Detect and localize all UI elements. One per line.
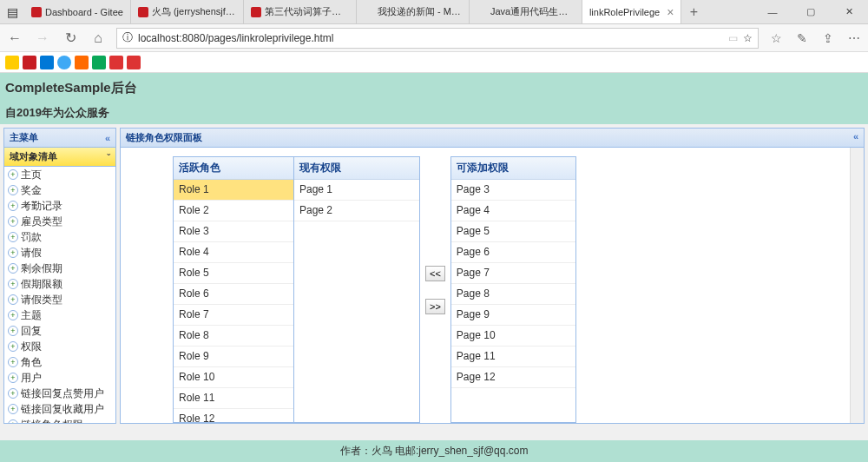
- tree-expand-icon[interactable]: +: [8, 373, 18, 383]
- sidebar-item[interactable]: +回复: [4, 323, 115, 339]
- grid-row[interactable]: Page 2: [294, 201, 419, 221]
- reader-icon[interactable]: ▭: [728, 32, 738, 44]
- new-tab-button[interactable]: +: [681, 0, 706, 23]
- grid-row[interactable]: Page 11: [451, 346, 575, 367]
- forward-button[interactable]: →: [33, 30, 52, 46]
- minimize-button[interactable]: —: [753, 0, 792, 23]
- tree-expand-icon[interactable]: +: [8, 169, 18, 180]
- tree-expand-icon[interactable]: +: [8, 185, 18, 195]
- sidebar-item[interactable]: +链接回复点赞用户: [4, 386, 115, 401]
- grid-row[interactable]: Page 1: [294, 180, 419, 201]
- browser-tab[interactable]: 第三代动词算子式代码: [244, 0, 357, 23]
- grid-row[interactable]: Role 5: [174, 263, 293, 284]
- grid-row[interactable]: Role 9: [174, 346, 293, 367]
- close-window-button[interactable]: ✕: [830, 0, 868, 23]
- grid-row[interactable]: Role 12: [174, 409, 293, 422]
- favorites-button[interactable]: ☆: [767, 31, 785, 45]
- tree-expand-icon[interactable]: +: [8, 404, 18, 414]
- tree-expand-icon[interactable]: +: [8, 357, 18, 367]
- grid-row[interactable]: Page 12: [451, 367, 575, 388]
- grid-row[interactable]: Role 7: [174, 305, 293, 326]
- tree-expand-icon[interactable]: +: [8, 263, 18, 274]
- sidebar-item[interactable]: +请假: [4, 245, 115, 261]
- grid-row[interactable]: Page 7: [451, 263, 575, 284]
- tree-expand-icon[interactable]: +: [8, 232, 18, 242]
- url-box[interactable]: ⓘ ▭ ☆: [116, 28, 759, 49]
- grid-row[interactable]: Page 9: [451, 305, 575, 326]
- grid-row[interactable]: Page 8: [451, 284, 575, 305]
- tree-expand-icon[interactable]: +: [8, 419, 18, 423]
- bookmark-5[interactable]: [75, 56, 89, 69]
- sidebar-item[interactable]: +链接回复收藏用户: [4, 401, 115, 417]
- home-button[interactable]: ⌂: [89, 30, 108, 46]
- sidebar-item[interactable]: +罚款: [4, 229, 115, 245]
- url-input[interactable]: [138, 32, 723, 44]
- content-panel: 链接角色权限面板 « 活跃角色 Role 1Role 2Role 3Role 4…: [120, 128, 865, 424]
- grid-row[interactable]: Role 4: [174, 242, 293, 263]
- grid-row[interactable]: Page 4: [451, 201, 575, 221]
- sidebar-item[interactable]: +用户: [4, 370, 115, 386]
- expand-icon[interactable]: ˇ: [107, 152, 110, 162]
- sidebar-item[interactable]: +假期限额: [4, 276, 115, 292]
- bookmark-6[interactable]: [92, 56, 106, 69]
- grid-row[interactable]: Page 3: [451, 180, 575, 201]
- bookmark-3[interactable]: [40, 56, 54, 69]
- bookmark-1[interactable]: [5, 56, 19, 69]
- sidebar-item[interactable]: +雇员类型: [4, 214, 115, 229]
- tree-expand-icon[interactable]: +: [8, 201, 18, 211]
- tab-close-icon[interactable]: ×: [667, 5, 674, 19]
- bookmark-7[interactable]: [109, 56, 123, 69]
- grid-row[interactable]: Role 11: [174, 388, 293, 409]
- browser-tab[interactable]: 火鸟 (jerryshensjf) - Git: [131, 0, 244, 23]
- browser-tab[interactable]: Java通用代码生成器光: [470, 0, 582, 23]
- remove-button[interactable]: >>: [425, 299, 445, 314]
- grid-row[interactable]: Role 8: [174, 326, 293, 346]
- browser-tab[interactable]: 我投递的新闻 - MS&A(: [357, 0, 470, 23]
- tree-expand-icon[interactable]: +: [8, 341, 18, 352]
- sidebar-item[interactable]: +链接角色权限: [4, 417, 115, 423]
- sidebar-item[interactable]: +考勤记录: [4, 198, 115, 214]
- grid-row[interactable]: Page 5: [451, 221, 575, 242]
- tree-expand-icon[interactable]: +: [8, 294, 18, 305]
- back-button[interactable]: ←: [5, 30, 24, 46]
- bookmark-8[interactable]: [127, 56, 141, 69]
- more-button[interactable]: ⋯: [845, 31, 863, 45]
- browser-tab[interactable]: linkRolePrivilege×: [582, 0, 682, 23]
- share-button[interactable]: ⇪: [819, 31, 837, 45]
- sidebar-item[interactable]: +奖金: [4, 182, 115, 198]
- sidebar-item[interactable]: +角色: [4, 354, 115, 370]
- tree-expand-icon[interactable]: +: [8, 326, 18, 336]
- sidebar-main-header[interactable]: 主菜单 «: [4, 129, 115, 148]
- refresh-button[interactable]: ↻: [61, 30, 80, 46]
- sidebar-domain-header[interactable]: 域对象清单 ˇ: [4, 148, 115, 167]
- grid-row[interactable]: Page 6: [451, 242, 575, 263]
- tree-expand-icon[interactable]: +: [8, 216, 18, 227]
- sidebar-item-label: 链接角色权限: [21, 418, 83, 423]
- favorite-icon[interactable]: ☆: [743, 32, 753, 44]
- tree-expand-icon[interactable]: +: [8, 388, 18, 399]
- grid-row[interactable]: Page 10: [451, 326, 575, 346]
- tree-expand-icon[interactable]: +: [8, 279, 18, 289]
- tree-expand-icon[interactable]: +: [8, 248, 18, 258]
- add-button[interactable]: <<: [425, 266, 445, 281]
- grid-row[interactable]: Role 1: [174, 180, 293, 201]
- sidebar-item[interactable]: +主题: [4, 307, 115, 323]
- sidebar-item[interactable]: +请假类型: [4, 292, 115, 307]
- app-menu-icon[interactable]: ▤: [0, 0, 24, 23]
- grid-row[interactable]: Role 10: [174, 367, 293, 388]
- content-scrollbar[interactable]: [850, 148, 864, 423]
- grid-row[interactable]: Role 6: [174, 284, 293, 305]
- panel-collapse-icon[interactable]: «: [853, 131, 858, 144]
- collapse-icon[interactable]: «: [105, 133, 110, 143]
- notes-button[interactable]: ✎: [793, 31, 811, 45]
- tree-expand-icon[interactable]: +: [8, 310, 18, 320]
- maximize-button[interactable]: ▢: [792, 0, 830, 23]
- bookmark-2[interactable]: [23, 56, 36, 69]
- sidebar-item[interactable]: +剩余假期: [4, 261, 115, 276]
- browser-tab[interactable]: Dashboard - Gitee: [24, 0, 131, 23]
- sidebar-item[interactable]: +权限: [4, 339, 115, 354]
- sidebar-item[interactable]: +主页: [4, 167, 115, 182]
- grid-row[interactable]: Role 3: [174, 221, 293, 242]
- bookmark-4[interactable]: [57, 56, 71, 69]
- grid-row[interactable]: Role 2: [174, 201, 293, 221]
